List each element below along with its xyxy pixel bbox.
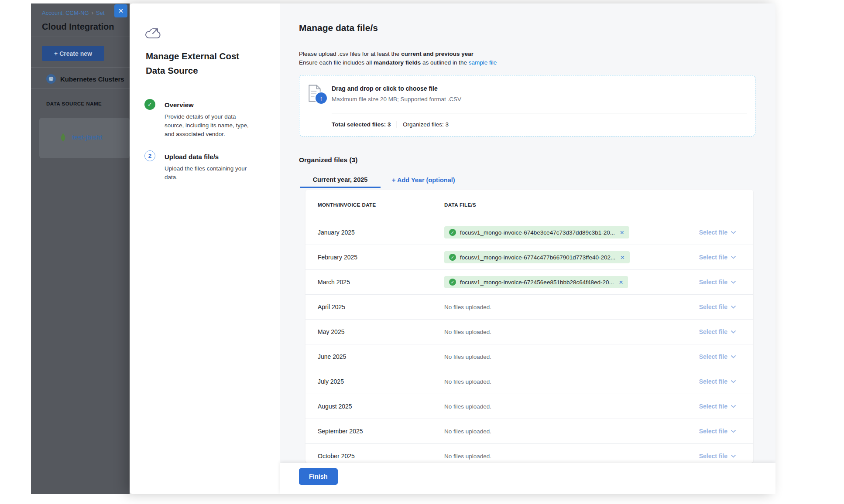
tab-current-year[interactable]: Current year, 2025	[300, 172, 381, 188]
tab-label: Kubernetes Clusters	[60, 75, 124, 83]
total-selected-files: Total selected files: 3	[332, 121, 391, 128]
file-valid-check-icon: ✓	[449, 279, 456, 286]
breadcrumb-section-link[interactable]: Set	[96, 10, 105, 16]
content-heading: Manage data file/s	[299, 23, 378, 33]
external-cost-cloud-icon	[144, 25, 162, 41]
column-header-data-files: DATA FILE/S	[444, 202, 753, 208]
breadcrumb-account-link[interactable]: Account: CCM-NG	[42, 10, 89, 16]
sample-file-link[interactable]: sample file	[469, 59, 497, 66]
wizard-title: Manage External Cost Data Source	[146, 49, 255, 78]
column-header-month: MONTH/INVOICE DATE	[305, 202, 444, 208]
year-tabs: Current year, 2025 + Add Year (optional)	[280, 172, 775, 188]
dropzone-title: Drag and drop or click to choose file	[332, 85, 438, 92]
month-label: March 2025	[305, 279, 444, 286]
kubernetes-icon: ☸	[46, 74, 56, 84]
table-row: August 2025 No files uploaded. Select fi…	[305, 394, 753, 419]
wizard-step-upload[interactable]: 2	[144, 150, 155, 161]
drawer-footer: Finish	[280, 463, 775, 494]
divider	[332, 113, 747, 113]
step-complete-check-icon: ✓	[144, 99, 155, 110]
table-row: May 2025 No files uploaded. Select file	[305, 320, 753, 344]
finish-button[interactable]: Finish	[299, 468, 338, 485]
screen: Account: CCM-NG›Set Cloud Integration + …	[0, 0, 844, 504]
step-upload-label: Upload data file/s	[165, 153, 219, 160]
file-name: focusv1_mongo-invoice-6774c477b667901d77…	[460, 254, 615, 261]
data-source-row[interactable]: test-jbisht	[60, 132, 102, 143]
file-dropzone[interactable]: ↑ Drag and drop or click to choose file …	[299, 75, 755, 136]
month-label: July 2025	[305, 378, 444, 385]
file-name: focusv1_mongo-invoice-674be3ce47c73d37dd…	[460, 229, 615, 236]
no-files-text: No files uploaded.	[444, 403, 491, 410]
data-source-card: test-jbisht	[39, 118, 130, 158]
table-row: January 2025 ✓focusv1_mongo-invoice-674b…	[305, 220, 753, 245]
no-files-text: No files uploaded.	[444, 354, 491, 360]
chevron-down-icon	[731, 355, 736, 358]
chevron-down-icon	[731, 281, 736, 284]
add-year-button[interactable]: + Add Year (optional)	[392, 172, 455, 188]
chevron-down-icon	[731, 405, 736, 408]
select-file-button[interactable]: Select file	[699, 328, 736, 335]
remove-file-icon[interactable]: ✕	[619, 229, 624, 236]
select-file-button[interactable]: Select file	[699, 403, 736, 410]
file-totals: Total selected files: 3 Organized files:…	[332, 121, 449, 128]
table-row: June 2025 No files uploaded. Select file	[305, 344, 753, 369]
upload-instructions: Please upload .csv files for at least th…	[299, 50, 497, 67]
remove-file-icon[interactable]: ✕	[619, 254, 624, 261]
uploaded-file-chip: ✓focusv1_mongo-invoice-672456ee851bbb28c…	[444, 276, 628, 288]
table-row: March 2025 ✓focusv1_mongo-invoice-672456…	[305, 270, 753, 295]
step-number-badge: 2	[144, 150, 155, 161]
select-file-button[interactable]: Select file	[699, 303, 736, 310]
background-page: Account: CCM-NG›Set Cloud Integration + …	[31, 3, 130, 494]
divider	[31, 89, 130, 89]
no-files-text: No files uploaded.	[444, 378, 491, 385]
month-label: April 2025	[305, 303, 444, 310]
create-new-button[interactable]: + Create new	[42, 46, 104, 61]
wizard-panel: Manage External Cost Data Source ✓ Overv…	[130, 3, 280, 494]
table-row: October 2025 No files uploaded. Select f…	[305, 444, 753, 463]
select-file-button[interactable]: Select file	[699, 229, 736, 236]
upload-step-content: Manage data file/s Please upload .csv fi…	[280, 3, 775, 463]
uploaded-file-chip: ✓focusv1_mongo-invoice-674be3ce47c73d37d…	[444, 226, 629, 238]
select-file-button[interactable]: Select file	[699, 378, 736, 385]
select-file-button[interactable]: Select file	[699, 353, 736, 360]
month-label: May 2025	[305, 328, 444, 335]
tab-kubernetes-clusters[interactable]: ☸ Kubernetes Clusters	[46, 74, 124, 84]
select-file-button[interactable]: Select file	[699, 453, 736, 460]
chevron-down-icon	[731, 256, 736, 259]
select-file-button[interactable]: Select file	[699, 254, 736, 261]
chevron-down-icon	[731, 430, 736, 433]
upload-file-illustration: ↑	[308, 84, 329, 105]
month-label: August 2025	[305, 403, 444, 410]
table-row: September 2025 No files uploaded. Select…	[305, 419, 753, 444]
divider	[31, 37, 130, 37]
instruction-line-1: Please upload .csv files for at least th…	[299, 50, 497, 58]
table-header-row: MONTH/INVOICE DATE DATA FILE/S	[305, 190, 753, 220]
file-name: focusv1_mongo-invoice-672456ee851bbb28c6…	[460, 279, 614, 286]
step-overview-label: Overview	[165, 101, 194, 109]
month-label: June 2025	[305, 353, 444, 360]
file-valid-check-icon: ✓	[449, 254, 456, 261]
table-row: February 2025 ✓focusv1_mongo-invoice-677…	[305, 245, 753, 270]
column-header-data-source-name: DATA SOURCE NAME	[46, 101, 102, 106]
close-icon: ✕	[118, 7, 124, 15]
table-row: April 2025 No files uploaded. Select fil…	[305, 295, 753, 320]
no-files-text: No files uploaded.	[444, 304, 491, 310]
wizard-step-overview[interactable]: ✓	[144, 99, 155, 110]
close-drawer-button[interactable]: ✕	[114, 4, 127, 17]
breadcrumb: Account: CCM-NG›Set	[42, 10, 105, 16]
step-overview-description: Provide details of your data source, inc…	[165, 112, 252, 139]
select-file-button[interactable]: Select file	[699, 279, 736, 286]
dropzone-hint: Maximum file size 20 MB; Supported forma…	[332, 96, 461, 102]
chevron-down-icon	[731, 330, 736, 334]
page-title: Cloud Integration	[42, 22, 114, 32]
remove-file-icon[interactable]: ✕	[618, 279, 623, 286]
chevron-down-icon	[731, 455, 736, 458]
no-files-text: No files uploaded.	[444, 329, 491, 335]
select-file-button[interactable]: Select file	[699, 428, 736, 435]
table-row: July 2025 No files uploaded. Select file	[305, 369, 753, 394]
month-label: January 2025	[305, 229, 444, 236]
data-source-name-link[interactable]: test-jbisht	[72, 134, 102, 141]
mongodb-leaf-icon	[60, 132, 66, 143]
month-label: February 2025	[305, 254, 444, 261]
chevron-down-icon	[731, 306, 736, 309]
